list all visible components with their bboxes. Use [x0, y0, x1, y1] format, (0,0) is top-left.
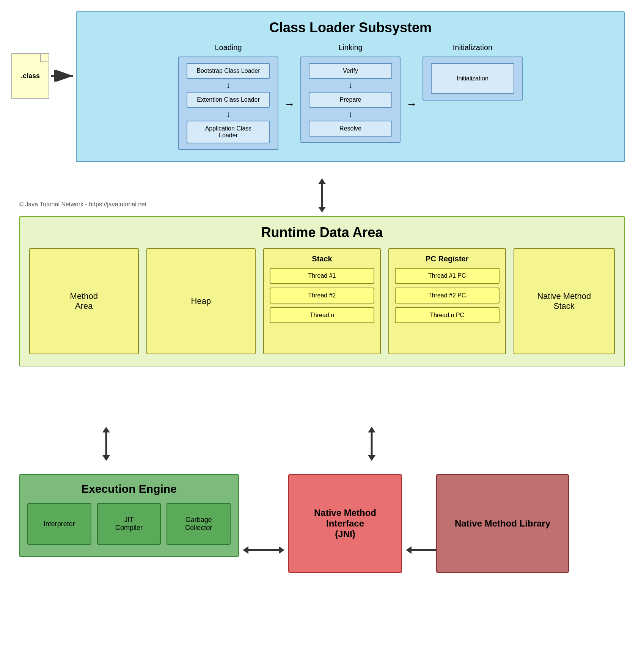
resolve-box: Resolve [309, 121, 392, 137]
pc-label: PC Register [395, 255, 499, 263]
application-class-loader: Application Class Loader [187, 121, 270, 143]
nml-label: Native Method Library [455, 518, 550, 529]
stack-column: Stack Thread #1 Thread #2 Thread n [263, 248, 381, 354]
class-loader-title: Class Loader Subsystem [88, 20, 613, 36]
execution-engine-section: Execution Engine Interpreter JITCompiler… [19, 474, 239, 557]
svg-marker-5 [318, 178, 326, 184]
svg-marker-12 [368, 455, 375, 461]
heap-box: Heap [146, 248, 256, 354]
thread-n-pc-box: Thread n PC [395, 307, 499, 323]
stack-label: Stack [270, 255, 374, 263]
arrow-down-1: ↓ [226, 80, 231, 90]
verify-box: Verify [309, 63, 392, 79]
arrow-loading-to-linking: → [284, 98, 295, 110]
svg-marker-15 [279, 546, 284, 554]
arrow-down-2: ↓ [226, 109, 231, 119]
svg-marker-8 [102, 427, 110, 432]
loading-column: Bootstrap Class Loader ↓ Extention Class… [178, 57, 278, 150]
nmi-label: Native MethodInterface(JNI) [314, 508, 376, 539]
svg-marker-17 [406, 546, 412, 554]
bootstrap-class-loader: Bootstrap Class Loader [187, 63, 270, 79]
arrow-down-4: ↓ [349, 109, 353, 119]
initialization-box: Initialization [431, 63, 514, 94]
garbage-collector-box: GarbageCollector [166, 503, 231, 545]
linking-label: Linking [338, 43, 362, 52]
initialization-label: Initialization [453, 43, 493, 52]
class-file-icon: .class [11, 53, 49, 99]
pc-column: PC Register Thread #1 PC Thread #2 PC Th… [388, 248, 506, 354]
svg-marker-6 [318, 207, 326, 212]
execution-engine-title: Execution Engine [27, 483, 231, 495]
nml-section: Native Method Library [436, 474, 569, 573]
native-method-stack-box: Native MethodStack [514, 248, 615, 354]
initialization-column: Initialization [423, 57, 523, 101]
thread-n-box: Thread n [270, 307, 374, 323]
thread-1-box: Thread #1 [270, 268, 374, 284]
jit-compiler-box: JITCompiler [97, 503, 161, 545]
prepare-box: Prepare [309, 92, 392, 108]
interpreter-box: Interpreter [27, 503, 91, 545]
arrow-cl-to-rda [311, 178, 333, 216]
nmi-section: Native MethodInterface(JNI) [288, 474, 402, 573]
svg-marker-14 [243, 546, 248, 554]
svg-marker-9 [102, 455, 110, 461]
arrow-linking-to-init: → [406, 98, 417, 110]
copyright-text: © Java Tutorial Network - https://javatu… [19, 201, 146, 208]
class-file-label: .class [21, 72, 40, 80]
runtime-section: Runtime Data Area MethodArea Heap Stack … [19, 216, 625, 366]
arrow-exec-to-nmi [243, 542, 284, 558]
arrow-rda-to-nmi [360, 427, 383, 465]
method-area-box: MethodArea [29, 248, 139, 354]
svg-marker-11 [368, 427, 375, 432]
linking-column: Verify ↓ Prepare ↓ Resolve [300, 57, 401, 143]
arrow-rda-to-exec [95, 427, 118, 465]
loading-label: Loading [215, 43, 242, 52]
runtime-title: Runtime Data Area [29, 225, 615, 241]
arrow-class-to-loader [51, 70, 78, 82]
class-loader-section: Class Loader Subsystem Loading Bootstrap… [76, 11, 625, 162]
thread-1-pc-box: Thread #1 PC [395, 268, 499, 284]
arrow-down-3: ↓ [349, 80, 353, 90]
thread-2-box: Thread #2 [270, 288, 374, 303]
extension-class-loader: Extention Class Loader [187, 92, 270, 108]
thread-2-pc-box: Thread #2 PC [395, 288, 499, 303]
